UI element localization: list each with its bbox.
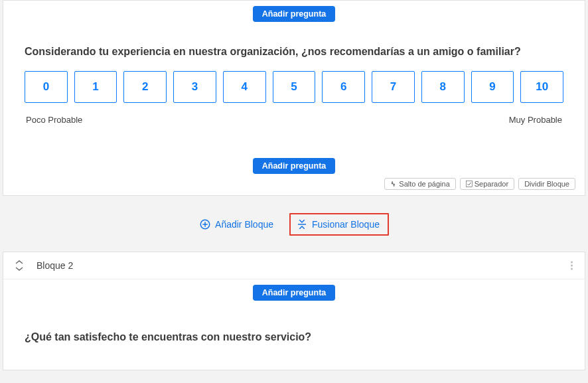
between-blocks-toolbar: Añadir Bloque Fusionar Bloque — [0, 198, 588, 252]
nps-label-high: Muy Probable — [509, 115, 562, 125]
question-text-b2: ¿Qué tan satisfecho te encuentras con nu… — [25, 331, 563, 343]
checkbox-icon — [466, 181, 473, 187]
nps-option-5[interactable]: 5 — [273, 71, 316, 103]
block-title: Bloque 2 — [37, 260, 73, 271]
collapse-icon[interactable] — [14, 260, 25, 271]
merge-block-button[interactable]: Fusionar Bloque — [289, 213, 389, 236]
nps-option-3[interactable]: 3 — [173, 71, 216, 103]
question-text: Considerando tu experiencia en nuestra o… — [25, 46, 563, 58]
nps-label-low: Poco Probable — [26, 115, 82, 125]
merge-icon — [296, 218, 308, 230]
question-area-b2: ¿Qué tan satisfecho te encuentras con nu… — [3, 307, 585, 370]
add-question-button-bottom[interactable]: Añadir pregunta — [253, 158, 336, 174]
split-block-button[interactable]: Dividir Bloque — [518, 178, 575, 190]
page-break-label: Salto de página — [399, 180, 449, 188]
kebab-dot — [571, 265, 573, 267]
separator-button[interactable]: Separador — [460, 178, 514, 190]
add-block-label: Añadir Bloque — [215, 219, 273, 230]
add-question-button-b2[interactable]: Añadir pregunta — [253, 285, 336, 301]
add-block-button[interactable]: Añadir Bloque — [199, 218, 273, 230]
add-question-bottom-wrap: Añadir pregunta — [3, 131, 585, 177]
nps-option-7[interactable]: 7 — [372, 71, 415, 103]
kebab-dot — [571, 262, 573, 264]
nps-option-10[interactable]: 10 — [520, 71, 563, 103]
svg-rect-0 — [466, 181, 472, 187]
block-menu-button[interactable] — [571, 262, 573, 270]
nps-option-8[interactable]: 8 — [421, 71, 465, 103]
nps-scale-row: 0 1 2 3 4 5 6 7 8 9 10 — [25, 71, 563, 103]
add-question-button-top[interactable]: Añadir pregunta — [253, 6, 336, 22]
nps-option-9[interactable]: 9 — [471, 71, 514, 103]
nps-option-1[interactable]: 1 — [74, 71, 117, 103]
plus-circle-icon — [199, 218, 211, 230]
block-footer-tools: Salto de página Separador Dividir Bloque — [384, 178, 575, 190]
block-inner: Añadir pregunta Considerando tu experien… — [3, 1, 585, 195]
separator-label: Separador — [475, 180, 508, 188]
kebab-dot — [571, 268, 573, 270]
page-break-icon — [390, 181, 397, 187]
question-area: Considerando tu experiencia en nuestra o… — [3, 29, 585, 131]
split-block-label: Dividir Bloque — [524, 180, 569, 188]
nps-endpoint-labels: Poco Probable Muy Probable — [25, 115, 563, 125]
survey-block-1: Añadir pregunta Considerando tu experien… — [3, 0, 585, 196]
nps-option-2[interactable]: 2 — [123, 71, 167, 103]
nps-option-6[interactable]: 6 — [322, 71, 365, 103]
block-header: Bloque 2 — [3, 252, 585, 279]
merge-block-label: Fusionar Bloque — [312, 219, 380, 230]
page-break-button[interactable]: Salto de página — [384, 178, 455, 190]
survey-block-2: Bloque 2 Añadir pregunta ¿Qué tan satisf… — [3, 252, 585, 370]
nps-option-4[interactable]: 4 — [223, 71, 266, 103]
nps-option-0[interactable]: 0 — [25, 71, 68, 103]
add-question-top-wrap: Añadir pregunta — [3, 1, 585, 29]
add-question-wrap-b2: Añadir pregunta — [3, 279, 585, 307]
